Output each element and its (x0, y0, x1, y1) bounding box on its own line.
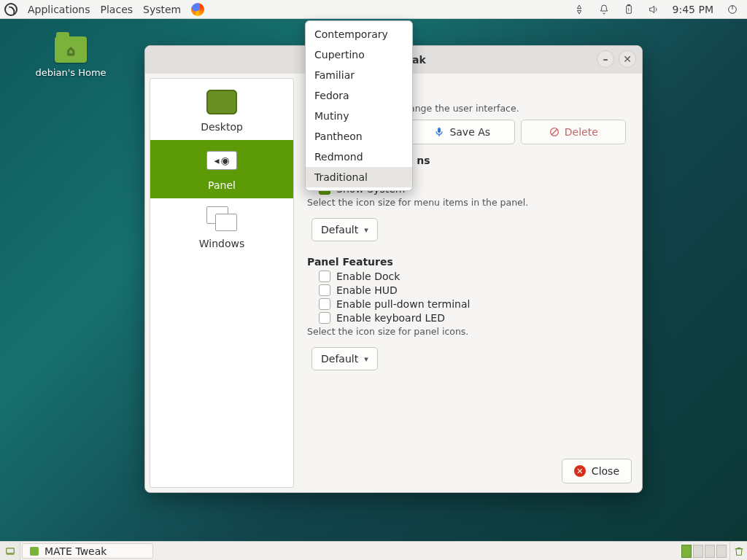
top-menubar: Applications Places System 9:45 PM (0, 0, 747, 19)
window-title: ak (412, 54, 426, 66)
trash-icon (733, 545, 745, 557)
category-panel[interactable]: ◂◉ Panel (150, 140, 293, 198)
checkbox-label: Enable pull-down terminal (336, 298, 470, 310)
save-as-label: Save As (449, 126, 490, 138)
svg-rect-3 (438, 128, 441, 133)
layout-option-redmond[interactable]: Redmond (306, 147, 412, 167)
panel-icon-size-combo[interactable]: Default▾ (311, 347, 378, 370)
category-label: Desktop (201, 121, 243, 133)
menu-system[interactable]: System (143, 4, 181, 15)
desktop-icon-home[interactable]: debian's Home (31, 36, 111, 78)
panel-layout-dropdown: Contemporary Cupertino Familiar Fedora M… (305, 20, 413, 191)
layout-option-pantheon[interactable]: Pantheon (306, 126, 412, 147)
close-label: Close (592, 465, 619, 477)
mate-logo-icon[interactable] (4, 3, 18, 16)
prohibited-icon (549, 126, 560, 138)
close-button[interactable]: ✕ Close (562, 459, 632, 483)
enable-hud-checkbox[interactable]: Enable HUD (319, 284, 626, 296)
delete-button[interactable]: Delete (521, 120, 627, 144)
section-heading-panel-features: Panel Features (307, 256, 626, 268)
workspace-4[interactable] (716, 545, 727, 558)
battery-icon[interactable] (623, 4, 635, 15)
checkbox-label: Enable keyboard LED (336, 312, 445, 324)
app-icon (30, 547, 39, 556)
layouts-hint: ange the user interface. (409, 103, 626, 114)
layout-option-traditional[interactable]: Traditional (306, 167, 412, 187)
chevron-down-icon: ▾ (364, 354, 368, 364)
windows-category-icon (206, 206, 237, 231)
taskbar-entry-mate-tweak[interactable]: MATE Tweak (22, 543, 153, 559)
checkbox-icon (319, 271, 330, 282)
checkbox-label: Enable HUD (336, 284, 398, 296)
show-desktop-icon (5, 546, 15, 556)
menu-applications[interactable]: Applications (28, 4, 90, 15)
enable-dock-checkbox[interactable]: Enable Dock (319, 271, 626, 282)
category-label: Windows (199, 238, 245, 249)
close-icon: ✕ (574, 465, 586, 477)
window-minimize-button[interactable]: – (597, 50, 614, 68)
window-close-button[interactable]: ✕ (619, 50, 636, 68)
panel-category-icon: ◂◉ (206, 151, 237, 170)
svg-rect-5 (6, 548, 14, 553)
trash-button[interactable] (729, 542, 747, 560)
folder-home-icon (55, 36, 87, 63)
enable-kbd-led-checkbox[interactable]: Enable keyboard LED (319, 312, 626, 324)
svg-rect-6 (6, 553, 14, 554)
checkbox-icon (319, 298, 330, 310)
layout-option-mutiny[interactable]: Mutiny (306, 106, 412, 126)
category-windows[interactable]: Windows (150, 198, 293, 257)
layout-option-contemporary[interactable]: Contemporary (306, 24, 412, 44)
microphone-icon (433, 126, 445, 138)
layout-option-cupertino[interactable]: Cupertino (306, 44, 412, 65)
power-icon[interactable] (727, 4, 738, 15)
desktop-category-icon (206, 90, 237, 114)
category-desktop[interactable]: Desktop (150, 82, 293, 140)
workspace-2[interactable] (693, 545, 703, 558)
taskbar-entry-label: MATE Tweak (44, 545, 107, 557)
tray-unknown-icon[interactable] (573, 4, 585, 15)
combo-value: Default (321, 224, 358, 236)
firefox-icon[interactable] (191, 3, 204, 16)
notification-icon[interactable] (598, 4, 610, 15)
layout-option-familiar[interactable]: Familiar (306, 65, 412, 85)
enable-pulldown-checkbox[interactable]: Enable pull-down terminal (319, 298, 626, 310)
workspace-3[interactable] (705, 545, 715, 558)
chevron-down-icon: ▾ (364, 225, 368, 235)
desktop-icon-label: debian's Home (31, 67, 111, 78)
checkbox-icon (319, 284, 330, 296)
menu-places[interactable]: Places (101, 4, 133, 15)
layout-option-fedora[interactable]: Fedora (306, 85, 412, 106)
svg-rect-1 (627, 4, 630, 5)
delete-label: Delete (565, 126, 598, 138)
show-desktop-button[interactable] (0, 542, 20, 560)
category-list: Desktop ◂◉ Panel Windows (150, 78, 294, 488)
menu-icon-size-hint: Select the icon size for menu items in t… (307, 197, 626, 208)
category-label: Panel (208, 179, 236, 191)
combo-value: Default (321, 353, 358, 365)
volume-icon[interactable] (648, 4, 659, 15)
clock[interactable]: 9:45 PM (673, 4, 713, 15)
workspace-switcher[interactable] (678, 542, 729, 560)
menu-icon-size-combo[interactable]: Default▾ (311, 218, 378, 241)
checkbox-label: Enable Dock (336, 271, 400, 282)
save-as-button[interactable]: Save As (409, 120, 515, 144)
bottom-taskbar: MATE Tweak (0, 541, 747, 560)
workspace-1[interactable] (681, 545, 692, 558)
checkbox-icon (319, 312, 330, 324)
panel-icon-size-hint: Select the icon size for panel icons. (307, 326, 626, 337)
